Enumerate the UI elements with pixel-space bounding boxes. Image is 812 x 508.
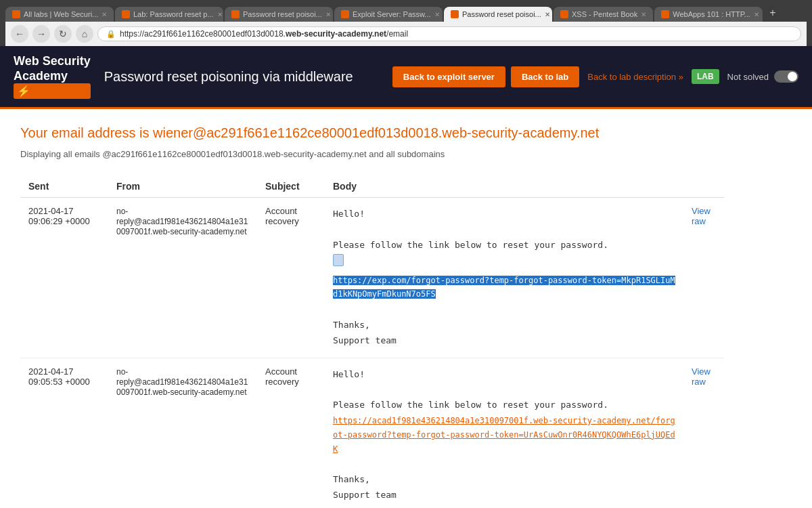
body-hello-2: Hello!: [333, 368, 675, 382]
page-title: Password reset poisoning via middleware: [104, 69, 379, 85]
tab-close[interactable]: ✕: [434, 11, 440, 18]
tab-exploit[interactable]: Exploit Server: Passw... ✕: [334, 7, 443, 22]
tab-webapps[interactable]: WebApps 101 : HTTP... ✕: [654, 7, 763, 22]
tab-all-labs[interactable]: All labs | Web Securi... ✕: [5, 7, 114, 22]
address-text: https://ac291f661e1162ce80001edf013d0018…: [120, 29, 408, 39]
col-header-sent: Sent: [20, 175, 108, 198]
cell-action-2: Viewraw: [683, 358, 724, 508]
tab-close[interactable]: ✕: [545, 11, 550, 18]
tab-label: XSS - Pentest Book: [572, 10, 637, 18]
reset-link-2[interactable]: https://acad1f981e436214804a1e310097001f…: [333, 416, 675, 454]
email-address-title: Your email address is wiener@ac291f661e1…: [20, 125, 724, 141]
tab-label: All labs | Web Securi...: [24, 10, 98, 18]
body-support-2: Support team: [333, 488, 675, 503]
tab-label: Lab: Password reset p...: [133, 10, 214, 18]
logo-area: Web Security Academy ⚡: [14, 54, 91, 99]
cell-subject-2: Accountrecovery: [257, 358, 325, 508]
tab-label: Password reset poisoi...: [243, 10, 322, 18]
tab-close[interactable]: ✕: [217, 11, 223, 18]
back-button[interactable]: ←: [11, 25, 28, 43]
col-header-body: Body: [325, 175, 683, 198]
tab-favicon: [12, 10, 20, 18]
tab-close[interactable]: ✕: [641, 11, 646, 18]
tab-close[interactable]: ✕: [754, 11, 759, 18]
back-to-lab-button[interactable]: Back to lab: [511, 66, 579, 87]
tab-favicon: [560, 10, 568, 18]
cell-subject-1: Accountrecovery: [257, 198, 325, 358]
home-button[interactable]: ⌂: [76, 25, 93, 43]
col-header-action: [683, 175, 724, 198]
browser-chrome: All labs | Web Securi... ✕ Lab: Password…: [0, 0, 812, 46]
lock-icon: 🔒: [106, 30, 116, 39]
tab-xss[interactable]: XSS - Pentest Book ✕: [554, 7, 653, 22]
solved-toggle[interactable]: [774, 70, 798, 83]
tab-favicon: [661, 10, 669, 18]
tab-label: Password reset poisoi...: [462, 10, 541, 18]
tab-bar: All labs | Web Securi... ✕ Lab: Password…: [5, 4, 807, 22]
cell-action-1: Viewraw: [683, 198, 724, 358]
back-to-exploit-button[interactable]: Back to exploit server: [392, 66, 505, 87]
body-spacer: [333, 383, 675, 397]
tab-close[interactable]: ✕: [102, 11, 107, 18]
body-follow-2: Please follow the link below to reset yo…: [333, 398, 675, 412]
cell-from-1: no-reply@acad1f981e436214804a1e310097001…: [108, 198, 257, 358]
cell-body-1: Hello! Please follow the link below to r…: [325, 198, 683, 358]
reload-button[interactable]: ↻: [54, 25, 72, 43]
tab-pw-reset-active[interactable]: Password reset poisoi... ✕: [444, 7, 552, 22]
cell-body-2: Hello! Please follow the link below to r…: [325, 358, 683, 508]
tab-favicon: [231, 10, 240, 18]
address-bar[interactable]: 🔒 https://ac291f661e1162ce80001edf013d00…: [97, 26, 801, 41]
email-table: Sent From Subject Body 2021-04-1709:06:2…: [20, 175, 724, 508]
body-thanks-1: Thanks,: [333, 318, 675, 333]
body-follow-1: Please follow the link below to reset yo…: [333, 238, 675, 253]
app-header: Web Security Academy ⚡ Password reset po…: [0, 46, 812, 107]
table-header-row: Sent From Subject Body: [20, 175, 724, 198]
cell-from-2: no-reply@acad1f981e436214804a1e310097001…: [108, 358, 257, 508]
body-support-1: Support team: [333, 334, 675, 348]
logo-text: Web Security Academy ⚡: [14, 54, 91, 99]
tab-close[interactable]: ✕: [325, 11, 331, 18]
view-raw-2[interactable]: Viewraw: [692, 366, 716, 387]
tab-label: WebApps 101 : HTTP...: [673, 10, 750, 18]
tab-favicon: [341, 10, 349, 18]
cell-sent-2: 2021-04-1709:05:53 +0000: [20, 358, 108, 508]
forward-button[interactable]: →: [32, 25, 50, 43]
table-row: 2021-04-1709:05:53 +0000 no-reply@acad1f…: [20, 358, 724, 508]
back-to-description-button[interactable]: Back to lab description »: [585, 66, 686, 87]
view-raw-1[interactable]: Viewraw: [692, 206, 716, 226]
cell-sent-1: 2021-04-1709:06:29 +0000: [20, 198, 108, 358]
tab-lab[interactable]: Lab: Password reset p... ✕: [115, 7, 223, 22]
body-hello-1: Hello!: [333, 207, 675, 221]
lab-badge: LAB: [692, 69, 719, 84]
tab-pw-reset-1[interactable]: Password reset poisoi... ✕: [225, 7, 333, 22]
displaying-info: Displaying all emails @ac291f661e1162ce8…: [20, 149, 724, 159]
col-header-subject: Subject: [257, 175, 325, 198]
table-row: 2021-04-1709:06:29 +0000 no-reply@acad1f…: [20, 198, 724, 358]
body-spacer: [333, 223, 675, 237]
tab-favicon: [122, 10, 130, 18]
col-header-from: From: [108, 175, 257, 198]
header-buttons: Back to exploit server Back to lab Back …: [392, 66, 798, 87]
not-solved-label: Not solved: [727, 72, 769, 82]
doc-icon: [333, 254, 344, 266]
body-thanks-2: Thanks,: [333, 473, 675, 487]
address-bar-row: ← → ↻ ⌂ 🔒 https://ac291f661e1162ce80001e…: [5, 22, 807, 46]
tab-favicon: [451, 10, 459, 18]
reset-link-1[interactable]: https://exp.com/forgot-password?temp-for…: [333, 276, 675, 299]
logo-badge: ⚡: [14, 83, 91, 99]
new-tab-button[interactable]: +: [764, 4, 781, 22]
tab-label: Exploit Server: Passw...: [353, 10, 431, 18]
main-content: Your email address is wiener@ac291f661e1…: [0, 109, 744, 508]
